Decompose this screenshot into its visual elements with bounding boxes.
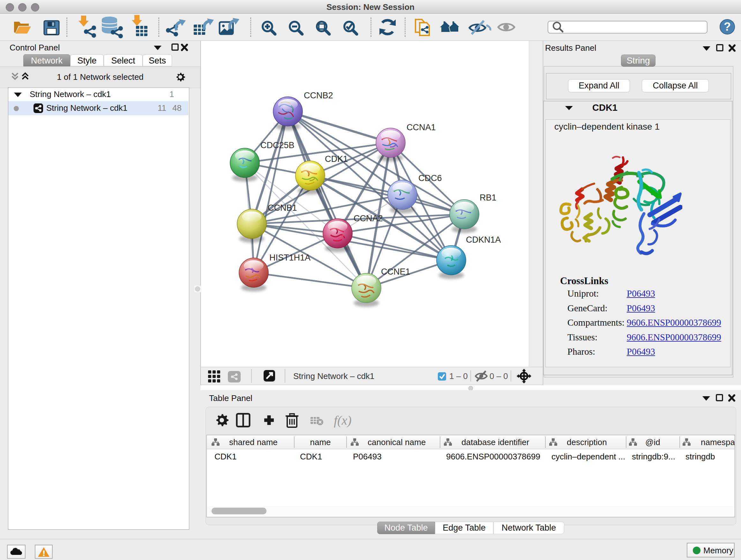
svg-text:CDK1: CDK1 <box>325 154 348 164</box>
svg-text:1 – 0: 1 – 0 <box>449 371 468 381</box>
svg-text:CCNA2: CCNA2 <box>354 213 383 223</box>
svg-text:CCNB2: CCNB2 <box>304 91 333 100</box>
svg-text:name: name <box>310 437 331 447</box>
svg-text:0 – 0: 0 – 0 <box>489 371 508 381</box>
svg-text:CDC25B: CDC25B <box>260 140 294 150</box>
svg-text:CCNB1: CCNB1 <box>268 203 297 212</box>
svg-text:@id: @id <box>645 437 660 447</box>
svg-text:namespace: namespace <box>701 437 735 447</box>
svg-text:database identifier: database identifier <box>461 437 529 447</box>
svg-text:shared name: shared name <box>229 437 278 447</box>
svg-text:?: ? <box>724 20 731 33</box>
svg-text:CCNE1: CCNE1 <box>381 267 410 276</box>
svg-text:CDC6: CDC6 <box>418 173 442 183</box>
svg-text:String Network – cdk1: String Network – cdk1 <box>293 371 374 381</box>
svg-text:CDKN1A: CDKN1A <box>466 235 501 245</box>
svg-text:CCNA1: CCNA1 <box>407 123 436 132</box>
svg-text:HIST1H1A: HIST1H1A <box>269 253 311 262</box>
svg-text:f(x): f(x) <box>334 413 352 428</box>
svg-text:RB1: RB1 <box>480 193 496 202</box>
svg-text:description: description <box>567 437 607 447</box>
svg-text:canonical name: canonical name <box>367 437 426 447</box>
